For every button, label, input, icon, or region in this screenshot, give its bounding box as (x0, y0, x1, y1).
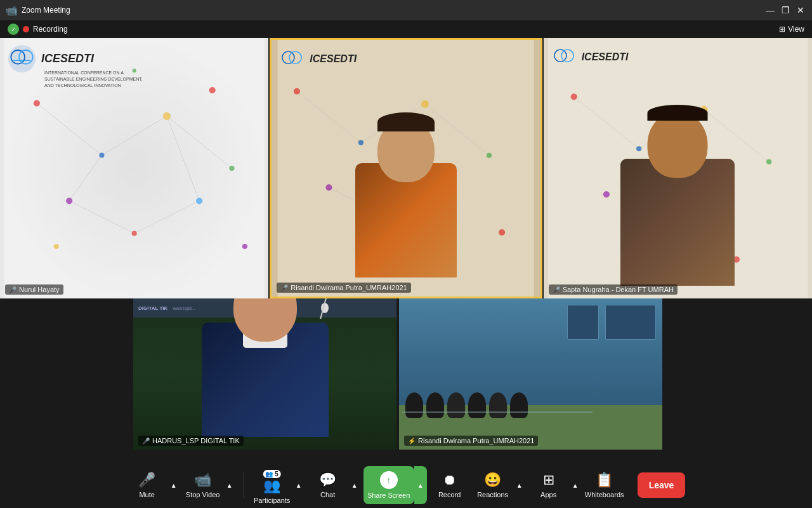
apps-caret-button[interactable]: ▲ (569, 466, 582, 504)
svg-point-32 (326, 184, 332, 190)
svg-point-10 (163, 112, 171, 120)
svg-point-34 (499, 229, 505, 236)
participant-label-risandi-bottom: ⚡ Risandi Dwirama Putra_UMRAH2021 (404, 436, 538, 446)
svg-point-9 (99, 152, 104, 157)
video-canvas-5 (399, 298, 662, 450)
video-cell-sapta: ICESEDTI 🎤 Sapta Nugraha - Dekan FT UMRA… (544, 38, 812, 298)
stop-video-caret-button[interactable]: ▲ (223, 466, 236, 504)
reactions-button[interactable]: 😀 Reactions (473, 466, 513, 504)
share-screen-icon: ↑ (380, 471, 398, 489)
participants-icon-small: 👥 (265, 471, 273, 478)
participants-button[interactable]: 👥 5 👥 Participants (252, 466, 292, 504)
record-icon: ⏺ (443, 472, 457, 488)
mic-icon-3: 🎤 (553, 286, 560, 293)
apps-button[interactable]: ⊞ Apps (528, 466, 569, 504)
svg-point-13 (132, 231, 137, 236)
minimize-button[interactable]: — (764, 4, 776, 17)
share-screen-caret-button[interactable]: ▲ (414, 466, 427, 504)
mic-icon-4: 🎤 (142, 438, 150, 444)
video-cell-hadrus: DIGITAL TIK www.lspd... (133, 298, 396, 450)
lightning-icon-5: ⚡ (408, 438, 416, 444)
maximize-button[interactable]: ❐ (779, 4, 792, 17)
svg-point-16 (209, 87, 216, 93)
svg-point-14 (196, 197, 202, 204)
record-label: Record (438, 491, 461, 498)
participant-name-2: Risandi Dwirama Putra_UMRAH2021 (291, 284, 407, 291)
reactions-caret-icon: ▲ (516, 482, 523, 489)
record-button[interactable]: ⏺ Record (429, 466, 470, 504)
mic-off-icon-1: 🎤 (9, 286, 16, 293)
reactions-caret-button[interactable]: ▲ (513, 466, 526, 504)
video-canvas-4: DIGITAL TIK www.lspd... (133, 298, 396, 450)
reactions-icon: 😀 (484, 472, 501, 488)
participant-label-sapta: 🎤 Sapta Nugraha - Dekan FT UMRAH (549, 284, 678, 295)
share-screen-caret-icon: ▲ (417, 482, 424, 489)
participants-label: Participants (254, 497, 290, 504)
svg-point-36 (289, 51, 301, 64)
share-screen-group: ↑ Share Screen ▲ (363, 466, 427, 504)
view-label: View (788, 25, 804, 34)
svg-point-31 (487, 153, 492, 158)
zoom-icon: 📹 (5, 4, 18, 17)
svg-point-49 (561, 50, 573, 62)
participants-caret-button[interactable]: ▲ (292, 466, 305, 504)
view-button[interactable]: ⊞ View (779, 25, 804, 34)
record-group: ⏺ Record (429, 466, 470, 504)
whiteboards-button[interactable]: 📋 Whiteboards (584, 466, 625, 504)
mute-caret-button[interactable]: ▲ (167, 466, 180, 504)
separator-1 (244, 472, 244, 498)
video-area: ICESEDTI INTERNATIONAL CONFERENCE ON ASU… (0, 38, 812, 451)
toolbar: 🎤 Mute ▲ 📹 Stop Video ▲ 👥 5 👥 Participan… (0, 462, 812, 508)
apps-icon: ⊞ (543, 472, 554, 488)
chat-icon: 💬 (319, 472, 336, 488)
leave-button[interactable]: Leave (638, 472, 686, 498)
participant-name-5: Risandi Dwirama Putra_UMRAH2021 (418, 437, 534, 444)
video-cell-nurul: ICESEDTI INTERNATIONAL CONFERENCE ON ASU… (0, 38, 268, 298)
stop-video-group: 📹 Stop Video ▲ (183, 466, 236, 504)
whiteboards-icon: 📋 (596, 472, 613, 488)
video-cell-risandi-top: ICESEDTI 🎤 Risandi Dwirama Putra_UMRAH20… (270, 38, 542, 298)
participant-label-risandi-top: 🎤 Risandi Dwirama Putra_UMRAH2021 (277, 283, 410, 293)
video-canvas-3: ICESEDTI (544, 38, 812, 298)
recording-left: ✓ Recording (8, 23, 68, 35)
mute-group: 🎤 Mute ▲ (127, 466, 180, 504)
svg-point-11 (229, 166, 234, 171)
reactions-label: Reactions (477, 491, 508, 498)
svg-point-48 (554, 50, 566, 62)
svg-point-44 (766, 159, 771, 164)
participants-icon: 👥 (263, 478, 280, 494)
participants-group: 👥 5 👥 Participants ▲ (252, 466, 305, 504)
chat-button[interactable]: 💬 Chat (308, 466, 348, 504)
mute-caret-icon: ▲ (171, 482, 177, 489)
title-bar-controls: — ❐ ✕ (764, 4, 807, 17)
whiteboards-label: Whiteboards (585, 491, 624, 498)
top-row: ICESEDTI INTERNATIONAL CONFERENCE ON ASU… (0, 38, 812, 298)
chat-caret-button[interactable]: ▲ (348, 466, 361, 504)
chat-caret-icon: ▲ (351, 482, 358, 489)
video-canvas-1: ICESEDTI INTERNATIONAL CONFERENCE ON ASU… (0, 38, 268, 298)
mute-button[interactable]: 🎤 Mute (127, 466, 167, 504)
title-bar-title: Zoom Meeting (22, 6, 70, 15)
participant-name-4: HADRUS_LSP DIGITAL TIK (152, 437, 240, 444)
share-screen-label: Share Screen (367, 491, 410, 499)
svg-point-35 (282, 51, 294, 64)
participant-name-1: Nurul Hayaty (19, 286, 60, 293)
bottom-row: DIGITAL TIK www.lspd... (0, 298, 812, 450)
recording-dot (23, 26, 29, 32)
stop-video-label: Stop Video (186, 491, 220, 498)
recording-text: Recording (33, 25, 68, 34)
svg-point-19 (8, 45, 36, 72)
svg-point-15 (54, 244, 59, 249)
apps-label: Apps (540, 491, 556, 498)
svg-point-8 (34, 100, 40, 106)
close-button[interactable]: ✕ (794, 4, 807, 17)
chat-group: 💬 Chat ▲ (308, 466, 361, 504)
mute-label: Mute (139, 491, 154, 498)
share-screen-button[interactable]: ↑ Share Screen (363, 466, 414, 504)
stop-video-button[interactable]: 📹 Stop Video (183, 466, 223, 504)
title-bar-left: 📹 Zoom Meeting (5, 4, 70, 17)
stop-video-icon: 📹 (194, 472, 211, 488)
participants-count: 5 (275, 471, 278, 478)
title-bar: 📹 Zoom Meeting — ❐ ✕ (0, 0, 812, 20)
apps-caret-icon: ▲ (572, 482, 579, 489)
